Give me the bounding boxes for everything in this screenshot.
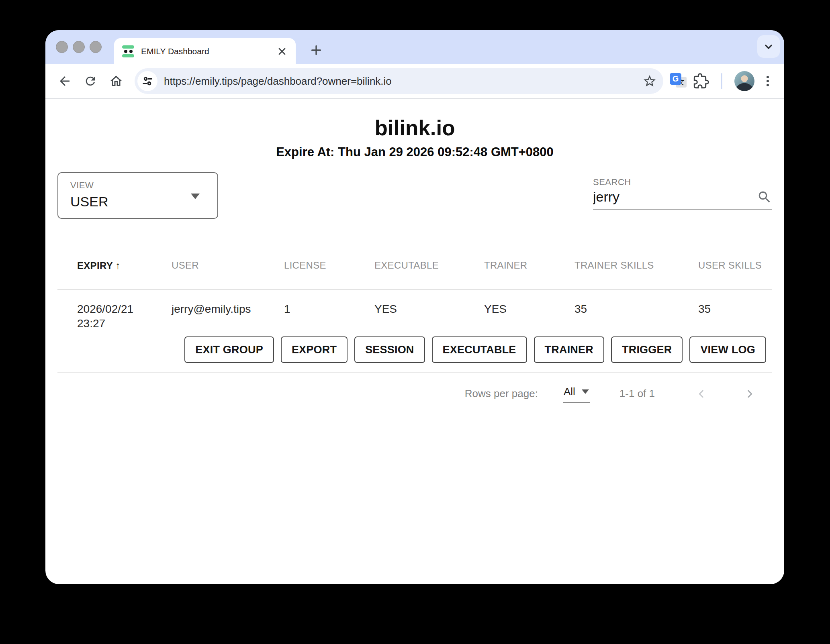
browser-window: EMILY Dashboard	[45, 30, 784, 584]
chevron-right-icon	[743, 387, 756, 400]
search-field: SEARCH	[593, 177, 772, 210]
browser-menu-icon[interactable]	[761, 74, 775, 88]
omnibox[interactable]: https://emily.tips/page/dashboard?owner=…	[135, 68, 663, 94]
tab-title: EMILY Dashboard	[141, 47, 276, 56]
chevron-left-icon	[695, 387, 708, 400]
view-log-button[interactable]: VIEW LOG	[689, 336, 766, 363]
traffic-light-close[interactable]	[56, 41, 68, 53]
executable-button[interactable]: EXECUTABLE	[432, 336, 527, 363]
profile-avatar[interactable]	[734, 71, 754, 91]
search-input[interactable]	[593, 189, 757, 205]
session-button[interactable]: SESSION	[354, 336, 425, 363]
home-button[interactable]	[106, 71, 126, 91]
reload-button[interactable]	[81, 71, 100, 91]
table-row: 2026/02/21 23:27 jerry@emily.tips 1 YES …	[57, 290, 772, 373]
expire-line: Expire At: Thu Jan 29 2026 09:52:48 GMT+…	[57, 145, 772, 159]
tab-strip: EMILY Dashboard	[45, 30, 784, 64]
new-tab-button[interactable]	[305, 39, 327, 61]
pagination-prev-button[interactable]	[695, 387, 708, 400]
rows-per-page-select[interactable]: All	[563, 385, 590, 403]
pagination-next-button[interactable]	[743, 387, 756, 400]
home-icon	[109, 74, 123, 88]
site-settings-button[interactable]	[137, 71, 157, 91]
url-text[interactable]: https://emily.tips/page/dashboard?owner=…	[164, 75, 642, 88]
row-actions: EXIT GROUP EXPORT SESSION EXECUTABLE TRA…	[57, 336, 772, 363]
cell-user-skills: 35	[698, 302, 772, 316]
column-header-trainer-skills[interactable]: TRAINER SKILLS	[574, 260, 698, 271]
translate-icon[interactable]: 文 G	[670, 73, 687, 90]
tune-icon	[141, 75, 153, 87]
trigger-button[interactable]: TRIGGER	[611, 336, 683, 363]
search-icon[interactable]	[757, 190, 772, 205]
back-button[interactable]	[55, 71, 74, 91]
column-header-license[interactable]: LICENSE	[284, 260, 374, 271]
extensions-icon[interactable]	[693, 73, 709, 89]
column-header-user[interactable]: USER	[172, 260, 284, 271]
page-content: bilink.io Expire At: Thu Jan 29 2026 09:…	[45, 116, 784, 403]
dropdown-arrow-icon	[191, 194, 200, 199]
cell-expiry: 2026/02/21 23:27	[77, 302, 172, 331]
bookmark-star-icon[interactable]	[642, 74, 657, 88]
chevron-down-icon	[762, 40, 775, 53]
select-arrow-icon	[582, 389, 589, 394]
traffic-light-minimize[interactable]	[73, 41, 85, 53]
export-button[interactable]: EXPORT	[281, 336, 348, 363]
tab-close-icon[interactable]	[276, 46, 288, 57]
column-header-executable[interactable]: EXECUTABLE	[374, 260, 484, 271]
controls-row: VIEW USER SEARCH	[57, 172, 772, 219]
sort-ascending-icon: ↑	[115, 260, 121, 271]
window-controls	[56, 41, 102, 53]
column-header-user-skills[interactable]: USER SKILLS	[698, 260, 772, 271]
toolbar-separator	[721, 73, 722, 89]
pagination-range: 1-1 of 1	[619, 387, 655, 400]
cell-user: jerry@emily.tips	[172, 302, 284, 316]
browser-tab[interactable]: EMILY Dashboard	[114, 38, 296, 64]
view-label: VIEW	[70, 180, 94, 190]
page-title: bilink.io	[57, 116, 772, 140]
view-dropdown[interactable]: VIEW USER	[57, 172, 218, 219]
cell-license: 1	[284, 302, 374, 316]
cell-trainer: YES	[484, 302, 574, 316]
cell-trainer-skills: 35	[574, 302, 698, 316]
browser-toolbar: https://emily.tips/page/dashboard?owner=…	[45, 64, 784, 98]
table-header-row: EXPIRY↑ USER LICENSE EXECUTABLE TRAINER …	[57, 260, 772, 290]
search-label: SEARCH	[593, 177, 631, 187]
column-header-trainer[interactable]: TRAINER	[484, 260, 574, 271]
column-header-expiry[interactable]: EXPIRY↑	[77, 260, 172, 271]
toolbar-divider	[45, 98, 784, 99]
cell-executable: YES	[374, 302, 484, 316]
tab-search-button[interactable]	[757, 35, 780, 58]
emily-favicon-icon	[122, 45, 134, 57]
trainer-button[interactable]: TRAINER	[534, 336, 604, 363]
pagination-bar: Rows per page: All 1-1 of 1	[57, 385, 772, 403]
reload-icon	[84, 74, 97, 88]
traffic-light-zoom[interactable]	[90, 41, 102, 53]
back-icon	[57, 74, 72, 88]
rows-per-page-label: Rows per page:	[465, 387, 538, 400]
exit-group-button[interactable]: EXIT GROUP	[184, 336, 274, 363]
